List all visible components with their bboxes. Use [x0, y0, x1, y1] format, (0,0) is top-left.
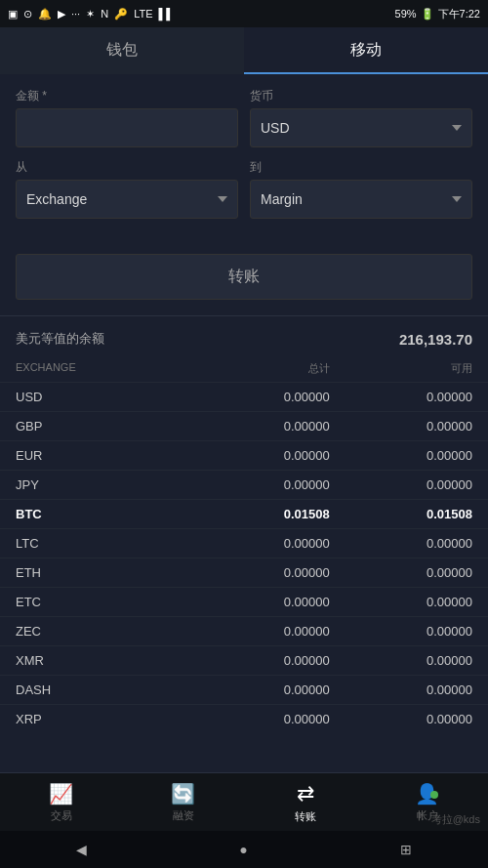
nfc-icon: N — [101, 8, 108, 20]
td-available: 0.00000 — [330, 477, 472, 492]
currency-chevron-icon — [452, 125, 462, 131]
table-body: USD 0.00000 0.00000 GBP 0.00000 0.00000 … — [0, 382, 488, 733]
td-total: 0.01508 — [187, 507, 330, 521]
td-total: 0.00000 — [187, 624, 330, 639]
amount-group: 金额 * — [16, 88, 238, 147]
td-name: XMR — [16, 653, 187, 668]
nav-trade-label: 交易 — [51, 808, 72, 823]
amount-input[interactable] — [26, 120, 227, 136]
td-total: 0.00000 — [187, 595, 330, 609]
to-select[interactable]: Margin — [250, 180, 472, 219]
td-name: USD — [16, 390, 187, 404]
from-chevron-icon — [218, 196, 227, 202]
table-row: DASH 0.00000 0.00000 — [0, 675, 488, 704]
from-label: 从 — [16, 159, 238, 176]
key-icon: 🔑 — [114, 8, 128, 21]
dots-icon: ··· — [71, 8, 80, 20]
td-name: GBP — [16, 419, 187, 434]
currency-select[interactable]: USD — [250, 108, 472, 147]
td-total: 0.00000 — [187, 712, 330, 726]
account-dot — [430, 791, 438, 799]
balance-row: 美元等值的余额 216,193.70 — [0, 316, 488, 357]
home-button[interactable]: ● — [239, 842, 247, 857]
to-group: 到 Margin — [250, 159, 472, 219]
td-available: 0.00000 — [330, 419, 472, 434]
form-row-2: 从 Exchange 到 Margin — [16, 159, 472, 219]
battery-icon: 🔋 — [421, 8, 434, 21]
table-row: JPY 0.00000 0.00000 — [0, 470, 488, 499]
table-row: BTC 0.01508 0.01508 — [0, 499, 488, 528]
td-total: 0.00000 — [187, 536, 330, 551]
td-name: ZEC — [16, 624, 187, 639]
nav-finance[interactable]: 🔄 融资 — [122, 773, 244, 831]
amount-input-wrapper[interactable] — [16, 108, 238, 147]
td-name: LTC — [16, 536, 187, 551]
td-name: DASH — [16, 682, 187, 697]
to-value: Margin — [261, 191, 452, 207]
td-total: 0.00000 — [187, 448, 330, 463]
currency-label: 货币 — [250, 88, 472, 104]
tab-move[interactable]: 移动 — [244, 27, 488, 74]
td-available: 0.01508 — [330, 507, 472, 521]
recents-button[interactable]: ⊞ — [400, 842, 412, 857]
android-nav: ◀ ● ⊞ — [0, 831, 488, 868]
td-available: 0.00000 — [330, 595, 472, 609]
nav-transfer-label: 转账 — [295, 809, 316, 824]
amount-label: 金额 * — [16, 88, 238, 104]
g-icon: ⊙ — [23, 8, 32, 21]
td-available: 0.00000 — [330, 448, 472, 463]
table-row: ETC 0.00000 0.00000 — [0, 587, 488, 616]
bell-icon: 🔔 — [38, 8, 52, 21]
sim-icon: ▣ — [8, 8, 18, 21]
status-left: ▣ ⊙ 🔔 ▶ ··· ✶ N 🔑 LTE ▌▌ — [8, 8, 174, 21]
td-name: BTC — [16, 507, 187, 521]
from-group: 从 Exchange — [16, 159, 238, 219]
td-total: 0.00000 — [187, 419, 330, 434]
nav-trade[interactable]: 📈 交易 — [0, 773, 122, 831]
bt-icon: ✶ — [86, 8, 95, 21]
lte-icon: LTE — [134, 8, 152, 20]
transfer-icon: ⇄ — [297, 781, 314, 806]
currency-group: 货币 USD — [250, 88, 472, 147]
from-select[interactable]: Exchange — [16, 180, 238, 219]
form-row-1: 金额 * 货币 USD — [16, 88, 472, 147]
transfer-button[interactable]: 转账 — [16, 254, 472, 300]
balance-value: 216,193.70 — [399, 331, 472, 348]
th-total: 总计 — [187, 361, 330, 376]
tab-wallet[interactable]: 钱包 — [0, 27, 244, 74]
table-row: XRP 0.00000 0.00000 — [0, 704, 488, 733]
to-label: 到 — [250, 159, 472, 176]
td-available: 0.00000 — [330, 712, 472, 726]
td-name: JPY — [16, 477, 187, 492]
td-total: 0.00000 — [187, 477, 330, 492]
form-area: 金额 * 货币 USD 从 Exchange 到 Margin — [0, 74, 488, 244]
to-chevron-icon — [452, 196, 462, 202]
nav-finance-label: 融资 — [173, 808, 194, 823]
finance-icon: 🔄 — [171, 782, 195, 806]
td-name: EUR — [16, 448, 187, 463]
table-row: ETH 0.00000 0.00000 — [0, 558, 488, 587]
bottom-nav: 📈 交易 🔄 融资 ⇄ 转账 👤 帐户 — [0, 772, 488, 831]
table-row: EUR 0.00000 0.00000 — [0, 440, 488, 470]
trade-icon: 📈 — [49, 782, 73, 806]
td-total: 0.00000 — [187, 682, 330, 697]
time-display: 下午7:22 — [438, 7, 480, 21]
td-name: XRP — [16, 712, 187, 726]
table-row: XMR 0.00000 0.00000 — [0, 645, 488, 675]
td-available: 0.00000 — [330, 565, 472, 580]
td-total: 0.00000 — [187, 653, 330, 668]
back-button[interactable]: ◀ — [76, 842, 87, 857]
from-value: Exchange — [26, 191, 218, 207]
currency-value: USD — [261, 120, 452, 136]
nav-transfer[interactable]: ⇄ 转账 — [244, 773, 366, 831]
status-bar: ▣ ⊙ 🔔 ▶ ··· ✶ N 🔑 LTE ▌▌ 59% 🔋 下午7:22 — [0, 0, 488, 27]
th-available: 可用 — [330, 361, 472, 376]
td-total: 0.00000 — [187, 565, 330, 580]
play-icon: ▶ — [58, 8, 65, 21]
battery-pct: 59% — [395, 8, 417, 20]
table-row: USD 0.00000 0.00000 — [0, 382, 488, 411]
transfer-btn-row: 转账 — [0, 244, 488, 315]
td-name: ETH — [16, 565, 187, 580]
top-tabs: 钱包 移动 — [0, 27, 488, 74]
balance-label: 美元等值的余额 — [16, 330, 104, 348]
